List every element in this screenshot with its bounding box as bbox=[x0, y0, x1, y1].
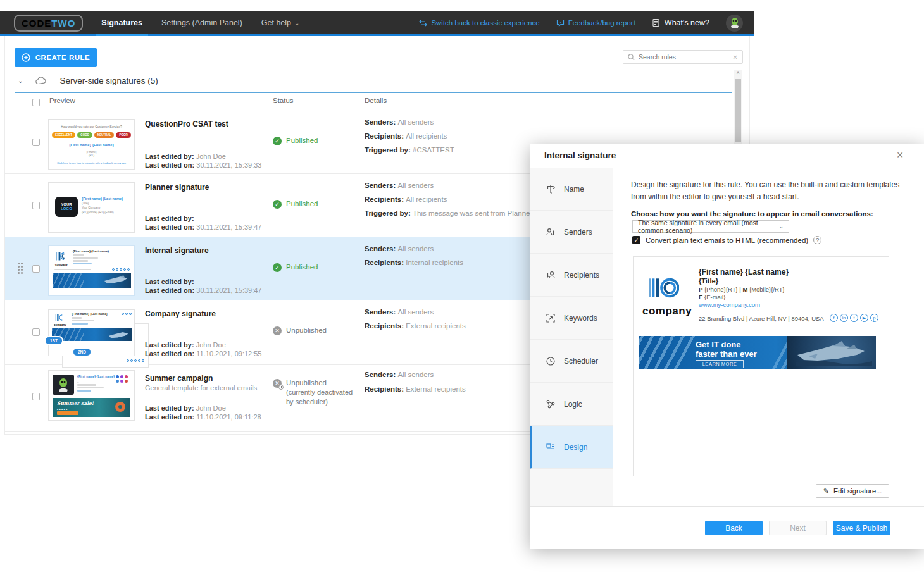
rule-name: QuestionPro CSAT test bbox=[145, 120, 228, 128]
footer-divider bbox=[530, 506, 924, 507]
row-checkbox[interactable] bbox=[32, 393, 40, 400]
design-layout-icon bbox=[546, 442, 556, 452]
published-icon: ✓ bbox=[273, 137, 282, 146]
sidebar-item-recipients[interactable]: Recipients bbox=[530, 254, 613, 297]
row-checkbox[interactable] bbox=[32, 265, 40, 273]
appearance-label: Choose how you want the signature to app… bbox=[631, 210, 873, 218]
mascot-image bbox=[53, 375, 74, 395]
last-edited-on: Last edited on: 30.11.2021, 15:39:33 bbox=[145, 161, 261, 169]
appearance-select[interactable]: The same signature in every email (most … bbox=[632, 220, 789, 233]
cloud-icon bbox=[35, 77, 47, 85]
news-icon bbox=[652, 18, 661, 27]
nav-actions: Switch back to classic experience Feedba… bbox=[419, 15, 754, 32]
edit-signature-button[interactable]: ✎ Edit signature... bbox=[816, 484, 889, 498]
whats-new-link[interactable]: What's new? bbox=[652, 18, 709, 27]
rule-subtitle: General template for external emails bbox=[145, 384, 257, 392]
sidebar-item-design[interactable]: Design bbox=[530, 426, 613, 469]
dialog-header: Internal signature ✕ bbox=[530, 144, 924, 168]
search-rules-box: ✕ bbox=[623, 50, 743, 64]
last-edited-on: Last edited on: 11.10.2021, 09:12:55 bbox=[145, 350, 261, 357]
select-chevron-icon: ⌄ bbox=[778, 223, 784, 230]
plus-circle-icon bbox=[22, 53, 30, 62]
close-icon[interactable]: ✕ bbox=[896, 150, 904, 160]
search-icon bbox=[628, 54, 635, 61]
dialog-sidebar: Name Senders Recipients Keywords Schedul… bbox=[530, 168, 613, 506]
search-input[interactable] bbox=[639, 53, 729, 61]
row-checkbox[interactable] bbox=[32, 202, 40, 209]
scroll-up-arrow-icon[interactable]: ^ bbox=[734, 70, 742, 78]
logo-two: TWO bbox=[51, 18, 75, 28]
sidebar-item-senders[interactable]: Senders bbox=[530, 211, 613, 254]
twitter-icon[interactable]: t bbox=[850, 314, 858, 322]
tab-signatures[interactable]: Signatures bbox=[92, 11, 152, 34]
signature-name: {First name} {Last name} bbox=[699, 268, 789, 276]
rule-name: Internal signature bbox=[145, 246, 209, 255]
sidebar-item-name[interactable]: Name bbox=[530, 168, 613, 211]
user-avatar[interactable] bbox=[726, 15, 743, 32]
sidebar-item-scheduler[interactable]: Scheduler bbox=[530, 340, 613, 383]
section-underline bbox=[15, 92, 732, 93]
table-header: Preview Status Details bbox=[5, 97, 749, 111]
scrollbar-thumb[interactable] bbox=[735, 79, 741, 142]
clear-search-icon[interactable]: ✕ bbox=[733, 54, 738, 61]
convert-html-row: ✓ Convert plain text emails to HTML (rec… bbox=[632, 236, 821, 244]
mascot-icon bbox=[728, 16, 741, 29]
signature-thumbnail: company {First name} {Last name} bbox=[48, 245, 135, 296]
jet-icon bbox=[796, 341, 872, 366]
codetwo-logo[interactable]: CODETWO bbox=[14, 15, 83, 32]
first-template-card: company {First name} {Last name} bbox=[48, 309, 135, 356]
summer-sale-banner: Summer sale! ■ ■ ■ ■ ■ bbox=[53, 398, 130, 417]
tab-settings[interactable]: Settings (Admin Panel) bbox=[152, 11, 252, 34]
clock-icon bbox=[546, 356, 556, 366]
collapse-chevron-icon[interactable]: ⌄ bbox=[18, 77, 23, 84]
facebook-icon[interactable]: f bbox=[830, 314, 838, 322]
column-details: Details bbox=[365, 97, 387, 104]
signature-website-link[interactable]: www.my-company.com bbox=[699, 301, 760, 308]
convert-html-label: Convert plain text emails to HTML (recom… bbox=[646, 237, 808, 244]
flower-icons bbox=[116, 375, 130, 383]
jet-icon bbox=[109, 331, 130, 340]
signature-address: 22 Branding Blvd | Azure Hill, NV | 8940… bbox=[699, 315, 824, 322]
mini-banner bbox=[53, 273, 131, 288]
linkedin-icon[interactable]: in bbox=[840, 314, 848, 322]
last-edited-by: Last edited by: John Doe bbox=[145, 152, 226, 160]
youtube-icon[interactable]: ▶ bbox=[860, 314, 868, 322]
convert-html-checkbox[interactable]: ✓ bbox=[632, 236, 640, 244]
signpost-icon bbox=[546, 184, 556, 194]
clock-badge-icon bbox=[278, 385, 284, 390]
rule-name: Company signature bbox=[145, 309, 216, 318]
switch-classic-link[interactable]: Switch back to classic experience bbox=[419, 19, 539, 27]
signature-phone: P {Phone}{RT} | M {Mobile}{/RT} bbox=[699, 286, 785, 293]
pinterest-icon[interactable]: p bbox=[870, 314, 878, 322]
help-icon[interactable]: ? bbox=[813, 236, 821, 244]
sidebar-item-keywords[interactable]: Keywords bbox=[530, 297, 613, 340]
logo-code: CODE bbox=[22, 18, 51, 28]
select-all-checkbox[interactable] bbox=[32, 99, 40, 106]
row-checkbox[interactable] bbox=[32, 139, 40, 146]
swap-arrows-icon bbox=[419, 20, 427, 27]
unpublished-scheduler-icon: ✕ bbox=[273, 379, 282, 388]
last-edited-by: Last edited by: John Doe bbox=[145, 404, 226, 412]
drag-handle-icon[interactable] bbox=[18, 263, 23, 275]
section-header: ⌄ Server-side signatures (5) bbox=[18, 76, 158, 85]
mini-banner bbox=[52, 328, 132, 341]
last-edited-by: Last edited by: bbox=[145, 278, 194, 285]
feedback-link[interactable]: Feedback/bug report bbox=[556, 19, 635, 27]
internal-signature-dialog: Internal signature ✕ Name Senders Recipi… bbox=[530, 144, 924, 549]
last-edited-on: Last edited on: 30.11.2021, 15:39:47 bbox=[145, 287, 261, 294]
banner-line2: faster than ever bbox=[696, 349, 757, 359]
learn-more-button[interactable]: LEARN MORE bbox=[696, 360, 744, 368]
back-button[interactable]: Back bbox=[705, 521, 763, 535]
create-rule-button[interactable]: CREATE RULE bbox=[15, 48, 97, 67]
unpublished-icon: ✕ bbox=[273, 326, 282, 335]
last-edited-by: Last edited by: bbox=[145, 214, 194, 222]
save-publish-button[interactable]: Save & Publish bbox=[833, 521, 890, 535]
status-badge: ✓ Published bbox=[273, 200, 318, 209]
signature-thumbnail: {First name} {Last name} _ Summer sale! … bbox=[48, 370, 135, 421]
sidebar-item-logic[interactable]: Logic bbox=[530, 383, 613, 426]
next-button[interactable]: Next bbox=[769, 521, 827, 535]
row-checkbox[interactable] bbox=[32, 328, 40, 336]
chevron-down-icon: ⌄ bbox=[294, 20, 299, 27]
tab-get-help[interactable]: Get help⌄ bbox=[252, 11, 309, 34]
signature-banner: Get IT done faster than ever LEARN MORE bbox=[639, 336, 876, 369]
